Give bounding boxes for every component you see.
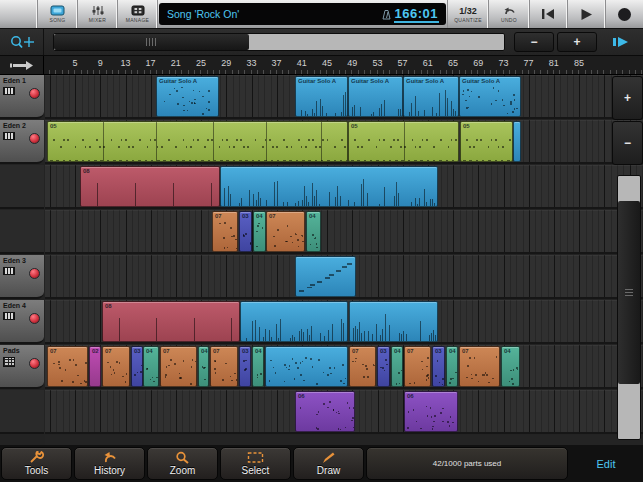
clip-02[interactable]: 02 bbox=[89, 346, 101, 387]
clip-04[interactable]: 04 bbox=[306, 211, 321, 252]
clip-04[interactable]: 04 bbox=[198, 346, 209, 387]
record-arm-indicator[interactable] bbox=[29, 133, 40, 144]
clip-06[interactable]: 06 bbox=[404, 391, 458, 432]
history-button[interactable]: History bbox=[74, 447, 145, 480]
zoom-tool-button[interactable] bbox=[0, 29, 44, 55]
clip-07[interactable]: 07 bbox=[160, 346, 197, 387]
zoom-out-button[interactable]: − bbox=[514, 32, 554, 52]
clip-07[interactable]: 07 bbox=[212, 211, 238, 252]
tools-button[interactable]: Tools bbox=[1, 447, 72, 480]
track-header-empty[interactable] bbox=[0, 390, 44, 434]
clip[interactable] bbox=[513, 121, 521, 162]
mixer-view-button[interactable]: MIXER bbox=[78, 0, 118, 28]
clip-label: Guitar Solo A bbox=[351, 78, 389, 84]
track-lane[interactable]: 0703040704 bbox=[45, 210, 643, 254]
horizontal-scrollbar-thumb[interactable] bbox=[54, 34, 249, 50]
tempo-display[interactable]: 166:01 bbox=[382, 6, 446, 23]
follow-playhead-toggle[interactable] bbox=[0, 56, 44, 74]
track-lane[interactable] bbox=[45, 255, 643, 299]
clip-03[interactable]: 03 bbox=[239, 346, 251, 387]
clip-04[interactable]: 04 bbox=[252, 346, 264, 387]
track-lane[interactable]: 0606 bbox=[45, 390, 643, 434]
clip-label: 04 bbox=[394, 348, 401, 354]
quantize-button[interactable]: 1/32 QUANTIZE bbox=[448, 0, 489, 28]
record-arm-indicator[interactable] bbox=[29, 88, 40, 99]
clip-04[interactable]: 04 bbox=[143, 346, 159, 387]
clip[interactable] bbox=[240, 301, 348, 342]
clip-label: 04 bbox=[256, 213, 263, 219]
track-lane[interactable]: Guitar Solo AGuitar Solo AGuitar Solo AG… bbox=[45, 75, 643, 119]
track-lane[interactable]: 050505 bbox=[45, 120, 643, 164]
track-header-eden-3[interactable]: Eden 3 bbox=[0, 255, 44, 299]
clip-08[interactable]: 08 bbox=[102, 301, 240, 342]
clip-guitar-solo-a[interactable]: Guitar Solo A bbox=[403, 76, 459, 117]
clip-04[interactable]: 04 bbox=[501, 346, 520, 387]
rewind-button[interactable] bbox=[530, 0, 568, 28]
track-header-pads[interactable]: Pads bbox=[0, 345, 44, 389]
clip-guitar-solo-a[interactable]: Guitar Solo A bbox=[156, 76, 219, 117]
goto-playhead-button[interactable] bbox=[601, 32, 641, 52]
track-header-empty[interactable] bbox=[0, 210, 44, 254]
record-arm-indicator[interactable] bbox=[29, 358, 40, 369]
manage-button[interactable]: MANAGE bbox=[118, 0, 158, 28]
clip-07[interactable]: 07 bbox=[404, 346, 431, 387]
song-title[interactable]: Song 'Rock On' bbox=[159, 8, 382, 20]
timeline-ruler[interactable]: 5913172125293337414549535761656973778185 bbox=[0, 56, 643, 75]
vertical-scrollbar-thumb[interactable] bbox=[618, 201, 640, 384]
clip-06[interactable]: 06 bbox=[295, 391, 355, 432]
track-height-decrease-button[interactable]: − bbox=[612, 121, 643, 165]
clip-07[interactable]: 07 bbox=[459, 346, 500, 387]
track-header-empty[interactable] bbox=[0, 165, 44, 209]
clip-07[interactable]: 07 bbox=[102, 346, 130, 387]
clip-05[interactable]: 05 bbox=[460, 121, 513, 162]
undo-button[interactable]: UNDO bbox=[489, 0, 530, 28]
clip-07[interactable]: 07 bbox=[210, 346, 238, 387]
track-lane[interactable]: 070207030407040703040703040703040704 bbox=[45, 345, 643, 389]
record-button[interactable] bbox=[606, 0, 643, 28]
song-view-button[interactable]: SONG bbox=[38, 0, 78, 28]
playhead-jump-icon bbox=[612, 36, 630, 48]
select-button[interactable]: Select bbox=[220, 447, 291, 480]
edit-button[interactable]: Edit bbox=[570, 447, 642, 480]
track-header-eden-1[interactable]: Eden 1 bbox=[0, 75, 44, 119]
clip[interactable] bbox=[220, 166, 438, 207]
clip-04[interactable]: 04 bbox=[253, 211, 266, 252]
track-lane[interactable]: 08 bbox=[45, 165, 643, 209]
clip-03[interactable]: 03 bbox=[432, 346, 445, 387]
clip-label: 07 bbox=[407, 348, 414, 354]
clip-05[interactable]: 05 bbox=[47, 121, 348, 162]
clip-guitar-solo-a[interactable]: Guitar Solo A bbox=[459, 76, 521, 117]
draw-button[interactable]: Draw bbox=[293, 447, 364, 480]
horizontal-scrollbar[interactable] bbox=[53, 33, 505, 51]
clip-07[interactable]: 07 bbox=[47, 346, 88, 387]
track-height-increase-button[interactable]: + bbox=[612, 76, 643, 120]
clip-05[interactable]: 05 bbox=[348, 121, 459, 162]
clip-label: Guitar Solo A bbox=[462, 78, 500, 84]
track-lane[interactable]: 08 bbox=[45, 300, 643, 344]
record-arm-indicator[interactable] bbox=[29, 268, 40, 279]
clip-03[interactable]: 03 bbox=[377, 346, 390, 387]
menu-button[interactable] bbox=[0, 0, 38, 28]
mixer-label: MIXER bbox=[89, 17, 106, 23]
clip[interactable] bbox=[265, 346, 348, 387]
record-arm-indicator[interactable] bbox=[29, 313, 40, 324]
clip-label: 07 bbox=[105, 348, 112, 354]
clip-guitar-solo-a[interactable]: Guitar Solo A bbox=[295, 76, 348, 117]
play-button[interactable] bbox=[568, 0, 606, 28]
clip-03[interactable]: 03 bbox=[131, 346, 143, 387]
clip-07[interactable]: 07 bbox=[349, 346, 376, 387]
clip-08[interactable]: 08 bbox=[80, 166, 220, 207]
zoom-in-button[interactable]: + bbox=[557, 32, 597, 52]
clip-guitar-solo-a[interactable]: Guitar Solo A bbox=[348, 76, 403, 117]
clip[interactable] bbox=[349, 301, 438, 342]
clip-04[interactable]: 04 bbox=[446, 346, 458, 387]
clip[interactable] bbox=[295, 256, 356, 297]
clip-04[interactable]: 04 bbox=[391, 346, 403, 387]
vertical-scrollbar[interactable] bbox=[617, 175, 641, 440]
clip-07[interactable]: 07 bbox=[266, 211, 305, 252]
zoom-button[interactable]: Zoom bbox=[147, 447, 218, 480]
clip-03[interactable]: 03 bbox=[239, 211, 252, 252]
track-header-eden-2[interactable]: Eden 2 bbox=[0, 120, 44, 164]
zoom-label: Zoom bbox=[170, 465, 196, 476]
track-header-eden-4[interactable]: Eden 4 bbox=[0, 300, 44, 344]
